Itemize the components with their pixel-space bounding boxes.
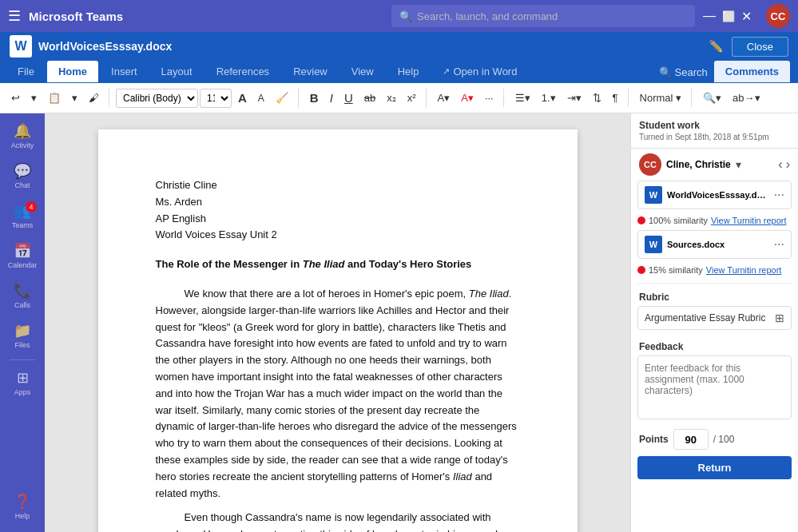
paragraph-2[interactable]: Even though Cassandra's name is now lege… (156, 510, 520, 532)
file-more-button-2[interactable]: ··· (774, 237, 784, 252)
rubric-box[interactable]: Argumentative Essay Rubric ⊞ (637, 306, 792, 330)
student-dropdown-icon[interactable]: ▾ (736, 158, 741, 171)
tab-view[interactable]: View (340, 61, 385, 82)
class-name: AP English (156, 211, 520, 228)
feedback-section-label: Feedback (631, 336, 798, 355)
user-avatar[interactable]: CC (766, 4, 790, 28)
font-group: Calibri (Body) 11 A A 🧹 (116, 88, 299, 108)
subscript-button[interactable]: x₂ (382, 89, 401, 107)
points-input[interactable] (673, 429, 709, 450)
bold-button[interactable]: B (305, 88, 324, 108)
close-icon[interactable]: ✕ (741, 9, 752, 24)
undo-button[interactable]: ↩ (6, 89, 25, 107)
feedback-textarea[interactable] (637, 355, 792, 419)
toolbar: ↩ ▾ 📋 ▾ 🖌 Calibri (Body) 11 A A 🧹 B I U … (0, 83, 798, 113)
panel-navigation: ‹ › (778, 157, 790, 172)
word-doc-icon-2: W (645, 236, 662, 253)
italic-button[interactable]: I (325, 88, 338, 108)
title-bold-end: and Today's Hero Stories (344, 258, 471, 270)
format-painter-button[interactable]: 🖌 (84, 89, 104, 107)
undo-dropdown[interactable]: ▾ (26, 89, 42, 107)
teams-sidebar: 🔔 Activity 💬 Chat 👥 Teams 4 📅 Calendar 📞… (0, 113, 45, 532)
similarity-row-1: 100% similarity View Turnitin report (631, 214, 798, 230)
sidebar-item-help[interactable]: ❓ Help (3, 487, 42, 526)
paste-dropdown[interactable]: ▾ (67, 89, 82, 107)
search-input[interactable] (417, 10, 687, 22)
turnitin-link-2[interactable]: View Turnitin report (706, 265, 782, 275)
document-page[interactable]: Christie Cline Ms. Arden AP English Worl… (98, 129, 578, 532)
sidebar-item-activity[interactable]: 🔔 Activity (3, 117, 42, 155)
points-row: Points / 100 (631, 426, 798, 456)
sidebar-item-teams[interactable]: 👥 Teams 4 (3, 197, 42, 235)
similarity-pct-2: 15% similarity (649, 265, 703, 275)
file-card-1[interactable]: W WorldVoicesEsssay.docx ··· (637, 181, 792, 209)
styles-dropdown[interactable]: Normal ▾ (635, 89, 687, 107)
highlight-group: A▾ A▾ ··· (433, 89, 504, 107)
sidebar-item-apps[interactable]: ⊞ Apps (3, 363, 42, 402)
activity-icon: 🔔 (14, 122, 31, 140)
file-name-2: Sources.docx (667, 240, 769, 249)
ribbon-tabs: File Home Insert Layout References Revie… (0, 61, 798, 83)
numbering-button[interactable]: 1.▾ (537, 89, 561, 107)
tab-file[interactable]: File (6, 61, 46, 82)
help-label: Help (15, 512, 30, 520)
sidebar-item-calendar[interactable]: 📅 Calendar (3, 236, 42, 275)
tab-review[interactable]: Review (282, 61, 339, 82)
sidebar-item-chat[interactable]: 💬 Chat (3, 157, 42, 195)
file-card-2[interactable]: W Sources.docx ··· (637, 230, 792, 259)
indent-button[interactable]: ⇥▾ (562, 89, 586, 107)
font-color-button[interactable]: A▾ (456, 89, 478, 107)
tab-insert[interactable]: Insert (100, 61, 149, 82)
tab-open-in-word[interactable]: ↗ Open in Word (431, 61, 528, 82)
chat-icon: 💬 (14, 162, 31, 180)
file-more-button-1[interactable]: ··· (774, 188, 784, 202)
turned-in-label: Turned in Sept 18th, 2018 at 9:51pm (639, 133, 769, 141)
replace-button[interactable]: ab→▾ (728, 89, 764, 107)
sort-button[interactable]: ⇅ (588, 89, 606, 107)
highlight-button[interactable]: A▾ (433, 89, 455, 107)
font-family-select[interactable]: Calibri (Body) (116, 89, 198, 108)
document-title: WorldVoicesEsssay.docx (38, 40, 709, 53)
rubric-expand-icon[interactable]: ⊞ (775, 312, 784, 324)
return-button[interactable]: Return (637, 456, 792, 479)
panel-next-button[interactable]: › (786, 157, 790, 172)
superscript-button[interactable]: x² (403, 89, 421, 107)
title-bar: ☰ Microsoft Teams 🔍 — ⬜ ✕ CC (0, 0, 798, 32)
strikethrough-button[interactable]: ab (359, 89, 380, 107)
sidebar-item-files[interactable]: 📁 Files (3, 316, 42, 355)
font-shrink-button[interactable]: A (253, 89, 269, 107)
font-size-select[interactable]: 11 (200, 89, 232, 108)
paste-button[interactable]: 📋 (43, 89, 66, 107)
chat-label: Chat (14, 181, 30, 189)
tab-help[interactable]: Help (387, 61, 431, 82)
bullets-button[interactable]: ☰▾ (510, 89, 535, 107)
student-info-row: CC Cline, Christie ▾ ‹ › (631, 149, 798, 181)
author-info: Christie Cline Ms. Arden AP English Worl… (156, 177, 520, 244)
hamburger-menu[interactable]: ☰ (8, 7, 21, 25)
search-tab-area[interactable]: 🔍 Search (659, 66, 708, 82)
clear-format-button[interactable]: 🧹 (271, 89, 293, 107)
close-button[interactable]: Close (732, 37, 788, 57)
assignment-name: World Voices Essay Unit 2 (156, 227, 520, 244)
edit-icon[interactable]: ✏️ (709, 39, 724, 54)
maximize-icon[interactable]: ⬜ (722, 10, 735, 22)
more-formatting-button[interactable]: ··· (480, 89, 498, 107)
font-grow-button[interactable]: A (233, 88, 252, 108)
rubric-name: Argumentative Essay Rubric (645, 312, 765, 324)
panel-prev-button[interactable]: ‹ (778, 157, 782, 172)
underline-button[interactable]: U (339, 88, 358, 108)
minimize-icon[interactable]: — (703, 9, 716, 23)
tab-references[interactable]: References (205, 61, 280, 82)
find-button[interactable]: 🔍▾ (698, 89, 726, 107)
turnitin-link-1[interactable]: View Turnitin report (711, 216, 787, 225)
tab-layout[interactable]: Layout (150, 61, 204, 82)
tab-home[interactable]: Home (47, 61, 98, 82)
paragraph-1[interactable]: We know that there are a lot of heroes i… (156, 286, 520, 502)
command-search-bar[interactable]: 🔍 (391, 5, 695, 27)
author-name: Christie Cline (156, 177, 520, 194)
title-italic: The Iliad (303, 258, 345, 270)
show-para-button[interactable]: ¶ (608, 89, 623, 107)
similarity-dot-2 (637, 266, 645, 274)
tab-comments[interactable]: Comments (714, 61, 790, 82)
sidebar-item-calls[interactable]: 📞 Calls (3, 276, 42, 315)
